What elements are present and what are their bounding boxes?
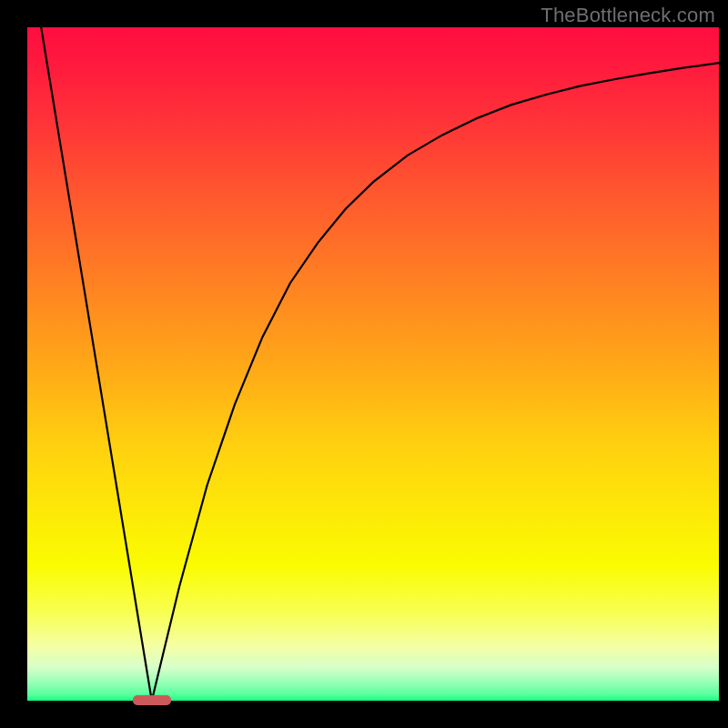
- curve-layer: [27, 27, 719, 701]
- left-line: [41, 27, 152, 701]
- plot-area: [27, 27, 719, 701]
- chart-frame: TheBottleneck.com: [0, 0, 728, 728]
- minimum-marker: [133, 695, 171, 705]
- watermark-text: TheBottleneck.com: [541, 4, 715, 27]
- right-curve: [152, 63, 719, 701]
